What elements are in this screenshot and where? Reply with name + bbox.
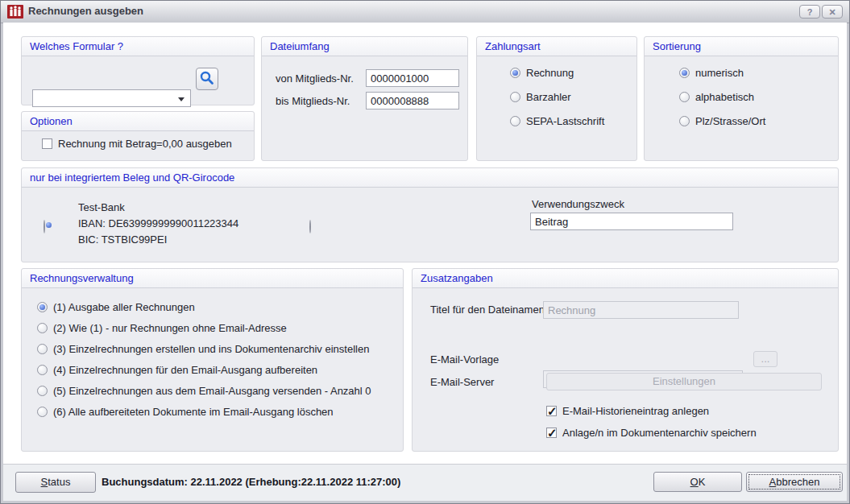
verwaltung-1-radio[interactable] <box>37 302 48 312</box>
bis-mitglieds-nr-input[interactable] <box>366 92 459 109</box>
group-optionen: Optionen Rechnung mit Betrag=0,00 ausgeb… <box>21 111 255 161</box>
ok-button[interactable]: OK <box>653 472 742 492</box>
group-dateiumfang: Dateiumfang von Mitglieds-Nr. bis Mitgli… <box>261 36 468 161</box>
rechnung-label: Rechnung <box>526 67 574 79</box>
verwaltung-option-3: (3) Einzelrechnungen erstellen und ins D… <box>37 343 369 354</box>
zahlungsart-option-rechnung: Rechnung <box>510 67 574 78</box>
plz-strasse-ort-radio[interactable] <box>679 116 690 126</box>
group-sortierung-title: Sortierung <box>645 37 838 56</box>
von-mitglieds-nr-input[interactable] <box>366 69 459 87</box>
ok-button-accesskey: O <box>690 476 699 488</box>
sepa-label: SEPA-Lastschrift <box>526 115 604 127</box>
group-qr-girocode-title: nur bei integriertem Beleg und QR-Giroco… <box>22 168 838 188</box>
verwaltung-6-label: (6) Alle aufbereiteten Dokumente im Emai… <box>53 406 334 418</box>
alphabetisch-radio[interactable] <box>679 92 690 102</box>
barzahler-label: Barzahler <box>526 91 571 103</box>
barzahler-radio[interactable] <box>510 92 520 102</box>
footer-bar: Status Buchungsdatum: 22.11.2022 (Erhebu… <box>3 464 847 501</box>
verwaltung-option-4: (4) Einzelrechnungen für den Email-Ausga… <box>37 364 317 375</box>
anlage-archiv-row: Anlage/n im Dokumentenarchiv speichern <box>546 427 757 438</box>
verwaltung-2-radio[interactable] <box>37 323 48 333</box>
email-server-label: E-Mail-Server <box>430 376 494 388</box>
verwaltung-3-radio[interactable] <box>37 344 48 354</box>
verwaltung-4-radio[interactable] <box>37 365 48 375</box>
alt-bank-radio[interactable] <box>309 220 311 233</box>
status-button-accesskey: S <box>41 476 48 488</box>
verwaltung-option-1: (1) Ausgabe aller Rechnungen <box>37 301 195 312</box>
verwaltung-5-radio[interactable] <box>37 386 48 396</box>
status-button-label: tatus <box>48 476 70 488</box>
group-dateiumfang-title: Dateiumfang <box>262 37 467 56</box>
group-qr-girocode: nur bei integriertem Beleg und QR-Giroco… <box>21 167 839 262</box>
betrag-null-checkbox[interactable] <box>42 138 52 149</box>
testbank-radio[interactable] <box>44 220 45 233</box>
status-button[interactable]: Status <box>15 472 96 493</box>
verwaltung-2-label: (2) Wie (1) - nur Rechnungen ohne Email-… <box>53 322 287 334</box>
sortierung-option-numerisch: numerisch <box>679 67 744 78</box>
formular-combobox[interactable] <box>32 89 191 107</box>
plz-strasse-ort-label: Plz/Strasse/Ort <box>695 115 765 127</box>
title-bar: Rechnungen ausgeben ? ✕ <box>1 1 849 23</box>
group-rechnungsverwaltung: Rechnungsverwaltung (1) Ausgabe aller Re… <box>21 268 404 452</box>
email-historie-row: E-Mail-Historieneintrag anlegen <box>546 405 709 416</box>
verwaltung-option-5: (5) Einzelrechnungen aus dem Email-Ausga… <box>37 385 371 396</box>
dialog-rechnungen-ausgeben: Rechnungen ausgeben ? ✕ Welches Formular… <box>0 0 850 504</box>
chevron-down-icon <box>178 97 185 101</box>
ok-button-label: K <box>699 476 706 488</box>
verwaltung-4-label: (4) Einzelrechnungen für den Email-Ausga… <box>53 364 317 376</box>
von-mitglieds-nr-label: von Mitglieds-Nr. <box>276 72 354 85</box>
email-historie-checkbox[interactable] <box>546 406 557 416</box>
verwaltung-option-2: (2) Wie (1) - nur Rechnungen ohne Email-… <box>37 322 287 333</box>
group-welches-formular: Welches Formular ? <box>21 36 255 105</box>
window-title: Rechnungen ausgeben <box>28 5 143 17</box>
sepa-radio[interactable] <box>510 116 520 126</box>
alphabetisch-label: alphabetisch <box>695 91 754 103</box>
numerisch-radio[interactable] <box>679 68 690 78</box>
verwaltung-1-label: (1) Ausgabe aller Rechnungen <box>53 301 195 313</box>
app-icon <box>7 5 23 19</box>
verwaltung-5-label: (5) Einzelrechnungen aus dem Email-Ausga… <box>53 385 371 397</box>
bank-iban: IBAN: DE63999999990011223344 <box>78 217 238 229</box>
abbrechen-button[interactable]: Abbrechen <box>746 472 843 492</box>
numerisch-label: numerisch <box>695 67 744 79</box>
bank-bic: BIC: TSTBIC99PEI <box>78 233 167 246</box>
group-optionen-title: Optionen <box>22 112 254 131</box>
option-betrag-null-row: Rechnung mit Betrag=0,00 ausgeben <box>42 138 232 149</box>
abbrechen-button-label: bbrechen <box>776 476 819 488</box>
formular-search-button[interactable] <box>196 68 218 90</box>
email-historie-label: E-Mail-Historieneintrag anlegen <box>562 405 709 417</box>
verwendungszweck-input[interactable] <box>530 213 733 230</box>
group-zusatzangaben: Zusatzangaben Titel für den Dateinamen E… <box>412 268 839 452</box>
verwaltung-6-radio[interactable] <box>37 407 48 417</box>
sortierung-option-alphabetisch: alphabetisch <box>679 91 754 102</box>
email-vorlage-browse-button: ... <box>753 351 777 367</box>
zahlungsart-option-barzahler: Barzahler <box>510 91 571 102</box>
group-zahlungsart-title: Zahlungsart <box>477 37 636 56</box>
verwaltung-3-label: (3) Einzelrechnungen erstellen und ins D… <box>53 343 369 355</box>
titel-dateinamen-label: Titel für den Dateinamen <box>430 304 545 316</box>
group-zahlungsart: Zahlungsart Rechnung Barzahler SEPA-Last… <box>476 36 637 161</box>
zahlungsart-option-sepa: SEPA-Lastschrift <box>510 115 604 126</box>
abbrechen-button-accesskey: A <box>769 476 777 488</box>
search-icon <box>197 68 218 89</box>
verwendungszweck-label: Verwendungszweck <box>532 198 624 210</box>
anlage-archiv-label: Anlage/n im Dokumentenarchiv speichern <box>562 427 757 439</box>
group-sortierung: Sortierung numerisch alphabetisch Plz/St… <box>644 36 839 161</box>
email-vorlage-label: E-Mail-Vorlage <box>430 353 499 366</box>
group-welches-formular-title: Welches Formular ? <box>22 37 254 56</box>
anlage-archiv-checkbox[interactable] <box>546 428 557 438</box>
betrag-null-label: Rechnung mit Betrag=0,00 ausgeben <box>58 138 232 150</box>
close-button[interactable]: ✕ <box>822 5 843 19</box>
verwaltung-option-6: (6) Alle aufbereiteten Dokumente im Emai… <box>37 406 334 417</box>
group-zusatzangaben-title: Zusatzangaben <box>413 269 838 288</box>
group-rechnungsverwaltung-title: Rechnungsverwaltung <box>22 269 403 288</box>
help-button[interactable]: ? <box>799 5 820 19</box>
bank-name: Test-Bank <box>78 201 125 213</box>
buchungsdatum-text: Buchungsdatum: 22.11.2022 (Erhebung:22.1… <box>102 476 400 488</box>
sortierung-option-plz: Plz/Strasse/Ort <box>679 115 765 126</box>
bis-mitglieds-nr-label: bis Mitglieds-Nr. <box>276 95 350 107</box>
rechnung-radio[interactable] <box>510 68 520 78</box>
titel-dateinamen-input <box>543 301 739 319</box>
einstellungen-button: Einstellungen <box>546 373 822 390</box>
